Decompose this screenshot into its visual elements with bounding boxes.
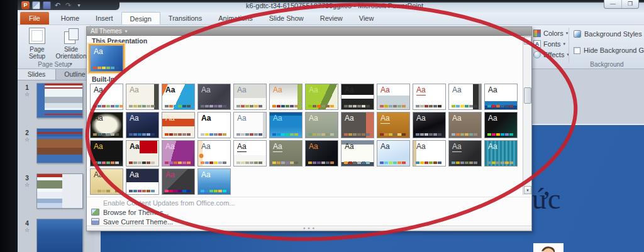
hide-background-graphics-label: Hide Background Graphics	[584, 47, 644, 54]
scrollbar-thumb[interactable]	[524, 87, 531, 104]
effects-button[interactable]: Effects▾	[533, 49, 569, 60]
all-themes-label: All Themes	[91, 27, 122, 35]
theme-thumbnail[interactable]: Aa	[90, 168, 123, 195]
theme-thumbnail[interactable]: Aa	[341, 140, 374, 167]
picture-icon[interactable]	[32, 1, 40, 9]
animation-star-icon: ☆	[18, 182, 36, 188]
slides-panel: Slides Outline 1☆2☆3☆4☆	[18, 69, 94, 252]
theme-thumbnail[interactable]: Aa	[197, 84, 231, 110]
tab-slide-show[interactable]: Slide Show	[261, 12, 312, 25]
theme-color-swatches	[487, 162, 513, 164]
theme-thumbnail[interactable]: Aa	[413, 140, 446, 167]
theme-color-swatches	[416, 162, 441, 164]
slide-thumbnail-3[interactable]	[36, 173, 83, 209]
theme-thumbnail[interactable]: Aa	[90, 84, 123, 110]
theme-thumbnail[interactable]: Aa	[162, 84, 195, 110]
restore-button[interactable]: ❐	[621, 0, 638, 8]
theme-thumbnail[interactable]: Aa	[197, 140, 231, 167]
colors-button[interactable]: Colors▾	[533, 28, 569, 38]
current-theme-thumbnail[interactable]: Aa	[90, 45, 123, 72]
theme-thumbnail[interactable]: Aa	[269, 112, 303, 138]
theme-thumbnail[interactable]: Aa	[233, 112, 267, 138]
theme-thumbnail[interactable]: Aa	[269, 84, 303, 110]
theme-thumbnail[interactable]: Aa	[126, 112, 159, 138]
theme-thumbnail[interactable]: Aa	[484, 140, 518, 167]
theme-aa-label: Aa	[201, 114, 211, 123]
theme-aa-label: Aa	[130, 86, 139, 94]
background-styles-button[interactable]: Background Styles ▾	[574, 30, 644, 38]
slide-orientation-icon	[63, 28, 79, 44]
theme-color-swatches	[452, 162, 477, 164]
theme-color-swatches	[165, 162, 191, 164]
tab-view[interactable]: View	[351, 12, 382, 25]
theme-thumbnail[interactable]: Aa	[126, 140, 159, 167]
theme-thumbnail[interactable]: Aa	[484, 112, 518, 138]
menu-item-save[interactable]: Save Current Theme...	[87, 217, 531, 226]
theme-thumbnail[interactable]: Aa	[305, 84, 338, 110]
theme-thumbnail[interactable]: Aa	[162, 168, 195, 195]
scroll-down-button[interactable]: ▼	[524, 186, 531, 194]
theme-thumbnail[interactable]: Aa	[233, 84, 267, 110]
theme-thumbnail[interactable]: Aa	[90, 140, 123, 167]
gallery-resize-handle[interactable]: ● ● ●	[87, 226, 531, 231]
theme-thumbnail[interactable]: Aa	[197, 168, 231, 195]
theme-aa-label: Aa	[237, 114, 247, 123]
theme-thumbnail[interactable]: Aa	[126, 168, 159, 195]
theme-row: AaAaAaAaAaAaAaAaAaAaAaAa	[87, 112, 531, 140]
tab-review[interactable]: Review	[312, 12, 351, 25]
theme-color-swatches	[416, 133, 441, 136]
slide-thumbnail-4[interactable]	[36, 219, 83, 252]
tab-insert[interactable]: Insert	[87, 12, 121, 25]
scroll-up-button[interactable]: ▲	[524, 36, 531, 45]
menu-item-browse[interactable]: Browse for Themes...	[87, 207, 531, 217]
theme-thumbnail[interactable]: Aa	[377, 140, 410, 167]
tab-design[interactable]: Design	[121, 12, 160, 25]
powerpoint-window: P↶↷▾ k6-gdtc-t34-6150755187735ggx05 - Mi…	[0, 0, 644, 252]
tab-slides[interactable]: Slides	[18, 69, 56, 80]
theme-thumbnail[interactable]: Aa	[269, 140, 303, 167]
undo-icon[interactable]: ↶	[53, 1, 62, 9]
theme-color-swatches	[452, 105, 477, 107]
page-setup-button[interactable]: Page Setup	[23, 28, 52, 60]
powerpoint-logo[interactable]: P	[21, 1, 30, 9]
theme-thumbnail[interactable]: Aa	[90, 112, 123, 138]
theme-thumbnail[interactable]: Aa	[162, 112, 195, 138]
theme-thumbnail[interactable]: Aa	[377, 84, 410, 110]
theme-thumbnail[interactable]: Aa	[197, 112, 231, 138]
theme-thumbnail[interactable]: Aa	[341, 84, 374, 110]
theme-aa-label: Aa	[130, 143, 139, 151]
slide-thumbnail-1[interactable]	[36, 83, 83, 118]
theme-color-swatches	[272, 133, 298, 136]
redo-icon[interactable]: ↷	[64, 1, 72, 9]
theme-thumbnail[interactable]: Aa	[233, 140, 267, 167]
desktop-edge-strip	[0, 0, 18, 252]
tab-home[interactable]: Home	[53, 12, 87, 25]
fonts-icon: A	[533, 40, 541, 48]
slide-thumbnail-2[interactable]	[36, 128, 83, 163]
theme-thumbnail[interactable]: Aa	[305, 112, 338, 138]
qat-caret-icon[interactable]: ▾	[75, 1, 83, 9]
menu-item-label: Browse for Themes...	[103, 209, 169, 216]
fonts-button[interactable]: AFonts▾	[533, 38, 569, 49]
theme-thumbnail[interactable]: Aa	[484, 84, 518, 110]
theme-thumbnail[interactable]: Aa	[413, 84, 446, 110]
theme-thumbnail[interactable]: Aa	[162, 140, 195, 167]
theme-thumbnail[interactable]: Aa	[448, 140, 482, 167]
theme-thumbnail[interactable]: Aa	[413, 112, 446, 138]
animation-star-icon: ☆	[18, 136, 36, 143]
theme-thumbnail[interactable]: Aa	[448, 112, 482, 138]
hide-background-graphics-checkbox[interactable]	[574, 47, 580, 54]
theme-thumbnail[interactable]: Aa	[377, 112, 410, 138]
theme-thumbnail[interactable]: Aa	[341, 112, 374, 138]
tab-transitions[interactable]: Transitions	[160, 12, 210, 25]
save-icon[interactable]	[43, 1, 51, 9]
page-setup-group: Page Setup Slide Orientation ▾ Page Setu…	[19, 25, 91, 69]
all-themes-header[interactable]: All Themes ▾	[87, 27, 531, 36]
tab-file[interactable]: File	[20, 12, 49, 25]
minimize-button[interactable]: —	[604, 0, 621, 8]
theme-thumbnail[interactable]: Aa	[126, 84, 159, 110]
theme-thumbnail[interactable]: Aa	[448, 84, 482, 110]
theme-thumbnail[interactable]: Aa	[305, 140, 338, 167]
theme-aa-label: Aa	[309, 86, 318, 94]
tab-animations[interactable]: Animations	[210, 12, 260, 25]
